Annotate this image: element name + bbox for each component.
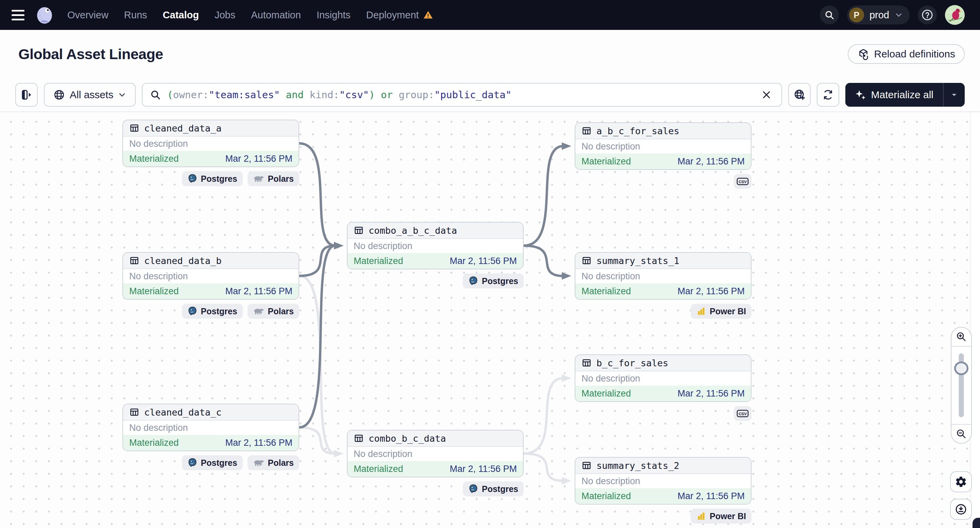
asset-node-summary_stats_2[interactable]: summary_stats_2No descriptionMaterialize… [575,457,751,504]
asset-tag-postgres[interactable]: Postgres [182,171,243,186]
materialize-group: Materialize all [845,83,965,107]
isolate-selection-button[interactable] [788,83,811,107]
asset-tag-polars[interactable]: Polars [248,455,299,470]
asset-search-input[interactable]: (owner:"team:sales" and kind:"csv") or g… [142,83,782,107]
nav-item-runs[interactable]: Runs [124,10,147,21]
search-button[interactable] [820,5,839,24]
asset-node-header: cleaned_data_c [123,404,299,421]
close-icon [761,90,772,100]
tag-label: Power BI [710,306,746,316]
nav-item-automation[interactable]: Automation [251,10,301,21]
asset-tag-powerbi[interactable]: Power BI [690,304,751,319]
download-image-button[interactable] [950,499,972,520]
asset-description: No description [123,136,299,151]
asset-tag-row: Power BI [575,304,751,319]
asset-tag-row: PostgresPolars [123,455,299,470]
asset-timestamp: Mar 2, 11:56 PM [677,156,745,167]
asset-node-cleaned_data_a[interactable]: cleaned_data_aNo descriptionMaterialized… [123,120,299,167]
zoom-in-button[interactable] [951,328,971,347]
nav-item-insights[interactable]: Insights [317,10,351,21]
asset-tag-powerbi[interactable]: Power BI [690,509,751,523]
lineage-canvas[interactable]: cleaned_data_aNo descriptionMaterialized… [0,112,980,528]
table-icon [129,123,139,133]
asset-tag-row: Postgres [347,274,523,289]
asset-node-cleaned_data_b[interactable]: cleaned_data_bNo descriptionMaterialized… [123,252,299,300]
tag-label: Postgres [482,276,518,286]
graph-settings-button[interactable] [950,471,972,492]
asset-scope-filter[interactable]: All assets [44,83,136,107]
asset-status-badge: Materialized [581,286,631,297]
table-icon [129,407,139,417]
table-icon [581,126,592,136]
asset-name: cleaned_data_a [144,123,222,133]
nav-item-deployment[interactable]: Deployment [366,10,433,21]
asset-tag-csv[interactable]: CSV [734,406,751,421]
asset-status-badge: Materialized [354,256,403,266]
warning-icon [423,10,433,20]
asset-status-row: MaterializedMar 2, 11:56 PM [347,253,523,269]
nav-item-catalog[interactable]: Catalog [163,10,199,21]
clear-search-button[interactable] [759,87,774,102]
svg-text:CSV: CSV [738,412,747,416]
corner-widget[interactable] [972,518,980,528]
table-icon [581,460,592,471]
asset-node-summary_stats_1[interactable]: summary_stats_1No descriptionMaterialize… [575,252,751,300]
asset-name: summary_stats_2 [597,460,679,471]
asset-tag-postgres[interactable]: Postgres [182,304,243,319]
asset-node-cleaned_data_c[interactable]: cleaned_data_cNo descriptionMaterialized… [123,404,299,451]
asset-tag-postgres[interactable]: Postgres [463,482,523,496]
lineage-toolbar: All assets (owner:"team:sales" and kind:… [0,78,980,112]
collapsed-right-panel [971,112,980,528]
asset-timestamp: Mar 2, 11:56 PM [225,286,293,297]
globe-icon [53,89,65,101]
asset-node-a_b_c_for_sales[interactable]: a_b_c_for_salesNo descriptionMaterialize… [575,122,751,170]
asset-node-b_c_for_sales[interactable]: b_c_for_salesNo descriptionMaterializedM… [575,354,751,402]
asset-tag-postgres[interactable]: Postgres [463,274,523,289]
asset-status-row: MaterializedMar 2, 11:56 PM [575,385,751,401]
asset-node-header: combo_a_b_c_data [347,222,523,239]
asset-status-row: MaterializedMar 2, 11:56 PM [347,461,523,477]
reload-definitions-button[interactable]: Reload definitions [848,44,965,64]
zoom-slider[interactable] [951,347,971,424]
materialize-all-button[interactable]: Materialize all [845,83,943,107]
open-side-panel-button[interactable] [15,83,38,107]
zoom-slider-thumb[interactable] [954,362,969,375]
asset-tag-csv[interactable]: CSV [734,174,751,189]
asset-status-badge: Materialized [581,388,631,399]
zoom-out-icon [956,428,967,439]
asset-name: cleaned_data_b [144,255,222,266]
asset-name: cleaned_data_c [144,407,222,418]
asset-tag-polars[interactable]: Polars [248,304,299,319]
dagster-logo-icon[interactable] [34,5,55,25]
search-query-text: (owner:"team:sales" and kind:"csv") or g… [167,89,752,101]
csv-icon: CSV [737,409,749,418]
asset-node-combo_a_b_c_data[interactable]: combo_a_b_c_dataNo descriptionMaterializ… [347,222,523,270]
nav-item-label: Runs [124,10,147,21]
top-navigation: OverviewRunsCatalogJobsAutomationInsight… [0,0,980,30]
asset-node-combo_b_c_data[interactable]: combo_b_c_dataNo descriptionMaterialized… [347,430,523,477]
nav-item-jobs[interactable]: Jobs [215,10,235,21]
asset-status-badge: Materialized [581,156,631,167]
asset-node-header: cleaned_data_b [123,253,299,269]
nav-item-overview[interactable]: Overview [67,10,108,21]
search-icon [824,10,834,20]
asset-scope-label: All assets [70,89,113,101]
materialize-options-button[interactable] [943,83,965,107]
asset-status-badge: Materialized [129,286,179,297]
query-token-attr: group: [399,89,434,101]
nav-item-label: Deployment [366,10,419,21]
deployment-switcher[interactable]: P prod [847,5,910,24]
refresh-button[interactable] [817,83,839,107]
nav-menu-icon[interactable] [11,8,27,22]
postgres-icon [187,306,197,316]
asset-tag-polars[interactable]: Polars [248,171,299,186]
asset-tag-postgres[interactable]: Postgres [182,455,243,470]
asset-description: No description [123,421,299,435]
user-avatar[interactable] [945,5,965,25]
refresh-icon [822,89,834,101]
help-button[interactable] [918,5,937,24]
deployment-name: prod [870,10,889,21]
zoom-out-button[interactable] [951,424,971,443]
postgres-icon [187,458,197,468]
page-title: Global Asset Lineage [18,46,163,62]
